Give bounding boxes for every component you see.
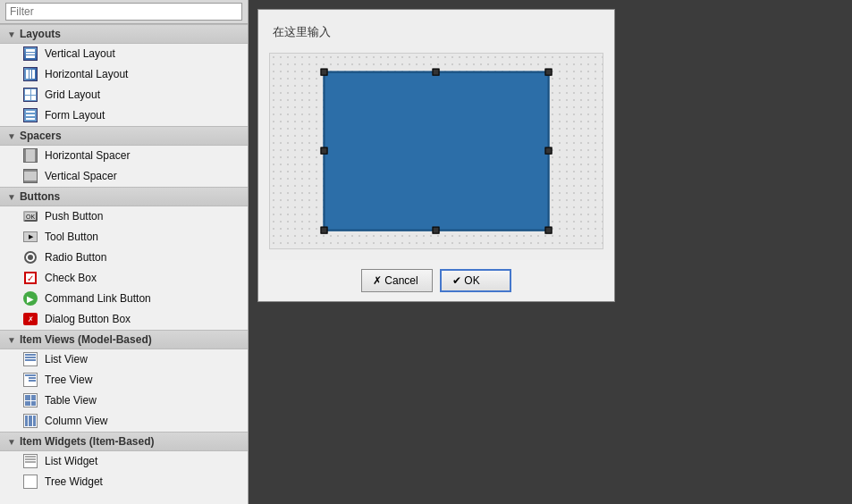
section-spacers[interactable]: ▼ Spacers	[0, 126, 248, 146]
section-spacers-label: Spacers	[20, 130, 62, 142]
section-item-views[interactable]: ▼ Item Views (Model-Based)	[0, 330, 248, 349]
sidebar: ▼ Layouts Vertical Layout Horizontal Lay…	[0, 0, 249, 504]
sidebar-item-table-view[interactable]: Table View	[0, 391, 248, 411]
form-layout-icon	[21, 108, 39, 122]
tool-button-icon: ▶	[21, 230, 39, 244]
dialog: 在这里输入 ✗ Ca	[257, 9, 615, 302]
section-layouts[interactable]: ▼ Layouts	[0, 24, 248, 44]
horizontal-spacer-icon	[21, 148, 39, 163]
tree-widget-icon	[21, 475, 39, 489]
table-view-icon	[21, 393, 39, 407]
tool-button-label: Tool Button	[45, 231, 98, 243]
sidebar-item-vertical-layout[interactable]: Vertical Layout	[0, 44, 248, 64]
sidebar-item-column-view[interactable]: Column View	[0, 411, 248, 432]
sidebar-item-list-view[interactable]: List View	[0, 349, 248, 370]
column-view-label: Column View	[45, 415, 107, 427]
handle-tl[interactable]	[321, 69, 328, 76]
arrow-icon-spacers: ▼	[7, 131, 16, 141]
push-button-icon: OK	[21, 209, 39, 223]
command-link-button-label: Command Link Button	[45, 292, 151, 305]
vertical-spacer-label: Vertical Spacer	[45, 170, 117, 182]
dialog-title: 在这里输入	[269, 21, 603, 44]
dialog-buttons: ✗ Cancel ✔ OK	[258, 260, 614, 301]
handle-bl[interactable]	[321, 226, 328, 233]
main-area: ▼ Layouts Vertical Layout Horizontal Lay…	[0, 0, 852, 504]
sidebar-item-check-box[interactable]: Check Box	[0, 268, 248, 289]
tree-view-label: Tree View	[45, 374, 92, 386]
section-buttons[interactable]: ▼ Buttons	[0, 187, 248, 206]
arrow-icon-item-views: ▼	[7, 335, 16, 345]
handle-mr[interactable]	[544, 147, 552, 155]
table-view-label: Table View	[45, 394, 97, 407]
sidebar-list: ▼ Layouts Vertical Layout Horizontal Lay…	[0, 24, 248, 504]
list-widget-label: List Widget	[45, 455, 97, 467]
sidebar-item-radio-button[interactable]: Radio Button	[0, 248, 248, 268]
horizontal-spacer-label: Horizontal Spacer	[45, 149, 130, 162]
cancel-button[interactable]: ✗ Cancel	[361, 269, 433, 292]
dialog-canvas[interactable]	[269, 53, 603, 249]
handle-bc[interactable]	[433, 226, 440, 233]
dialog-button-box-label: Dialog Button Box	[45, 313, 131, 325]
list-widget-icon	[21, 454, 39, 468]
sidebar-item-dialog-button-box[interactable]: ✗ Dialog Button Box	[0, 309, 248, 330]
sidebar-item-tool-button[interactable]: ▶ Tool Button	[0, 227, 248, 248]
section-item-widgets[interactable]: ▼ Item Widgets (Item-Based)	[0, 432, 248, 451]
sidebar-item-command-link-button[interactable]: ▶ Command Link Button	[0, 289, 248, 309]
horizontal-layout-label: Horizontal Layout	[45, 68, 128, 80]
list-view-icon	[21, 352, 39, 366]
sidebar-item-horizontal-spacer[interactable]: Horizontal Spacer	[0, 146, 248, 166]
selected-widget[interactable]	[324, 71, 550, 231]
grid-layout-icon	[21, 88, 39, 102]
column-view-icon	[21, 414, 39, 428]
arrow-icon-buttons: ▼	[7, 192, 16, 202]
dialog-button-box-icon: ✗	[21, 312, 39, 326]
push-button-label: Push Button	[45, 210, 103, 223]
check-box-label: Check Box	[45, 272, 97, 284]
arrow-icon-item-widgets: ▼	[7, 437, 16, 447]
content-area: 在这里输入 ✗ Ca	[249, 0, 852, 504]
handle-tr[interactable]	[544, 69, 552, 76]
sidebar-item-push-button[interactable]: OK Push Button	[0, 206, 248, 227]
sidebar-item-vertical-spacer[interactable]: Vertical Spacer	[0, 166, 248, 187]
vertical-layout-label: Vertical Layout	[45, 47, 115, 60]
handle-tc[interactable]	[433, 69, 440, 76]
section-item-views-label: Item Views (Model-Based)	[20, 333, 152, 346]
radio-button-label: Radio Button	[45, 251, 106, 264]
section-layouts-label: Layouts	[20, 28, 61, 40]
sidebar-item-tree-view[interactable]: Tree View	[0, 370, 248, 391]
horizontal-layout-icon	[21, 67, 39, 81]
dialog-inner: 在这里输入	[258, 10, 614, 260]
form-layout-label: Form Layout	[45, 109, 105, 122]
ok-button[interactable]: ✔ OK	[440, 269, 511, 292]
tree-view-icon	[21, 373, 39, 387]
filter-input[interactable]	[5, 3, 242, 21]
command-link-button-icon: ▶	[21, 291, 39, 306]
arrow-icon: ▼	[7, 29, 16, 39]
vertical-layout-icon	[21, 46, 39, 61]
radio-button-icon	[21, 250, 39, 265]
tree-widget-label: Tree Widget	[45, 475, 103, 488]
list-view-label: List View	[45, 353, 88, 365]
check-box-icon	[21, 271, 39, 285]
vertical-spacer-icon	[21, 169, 39, 183]
sidebar-item-grid-layout[interactable]: Grid Layout	[0, 85, 248, 105]
sidebar-item-form-layout[interactable]: Form Layout	[0, 105, 248, 126]
sidebar-item-horizontal-layout[interactable]: Horizontal Layout	[0, 64, 248, 85]
sidebar-item-list-widget[interactable]: List Widget	[0, 451, 248, 472]
handle-ml[interactable]	[321, 147, 328, 155]
section-buttons-label: Buttons	[20, 190, 60, 203]
grid-layout-label: Grid Layout	[45, 88, 100, 101]
section-item-widgets-label: Item Widgets (Item-Based)	[20, 435, 155, 448]
sidebar-item-tree-widget[interactable]: Tree Widget	[0, 472, 248, 492]
handle-br[interactable]	[544, 226, 552, 233]
filter-bar	[0, 0, 248, 24]
